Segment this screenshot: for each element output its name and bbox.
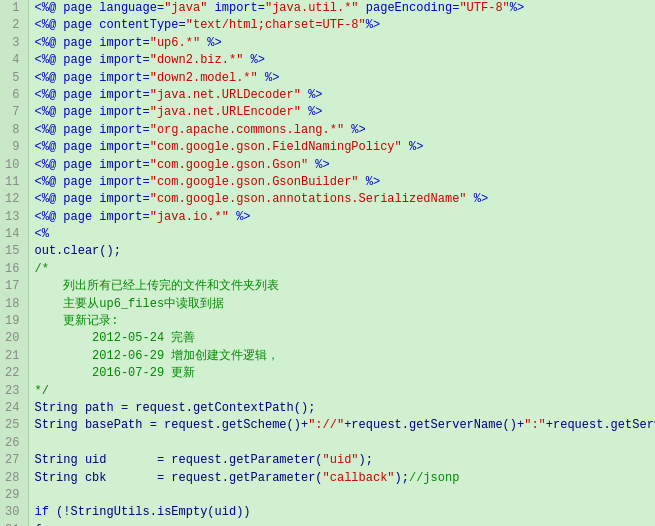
line-number: 1 xyxy=(0,0,28,17)
line-content: 2012-06-29 增加创建文件逻辑， xyxy=(28,348,655,365)
line-content: <%@ page import="com.google.gson.Gson" %… xyxy=(28,157,655,174)
line-content xyxy=(28,435,655,452)
table-row: 12<%@ page import="com.google.gson.annot… xyxy=(0,191,655,208)
line-content: <%@ page contentType="text/html;charset=… xyxy=(28,17,655,34)
line-content: { xyxy=(28,522,655,526)
table-row: 18 主要从up6_files中读取到据 xyxy=(0,296,655,313)
line-number: 22 xyxy=(0,365,28,382)
line-number: 9 xyxy=(0,139,28,156)
line-content: 2016-07-29 更新 xyxy=(28,365,655,382)
line-content: String uid = request.getParameter("uid")… xyxy=(28,452,655,469)
line-number: 2 xyxy=(0,17,28,34)
line-number: 13 xyxy=(0,209,28,226)
line-content: <%@ page import="com.google.gson.GsonBui… xyxy=(28,174,655,191)
line-number: 19 xyxy=(0,313,28,330)
line-content: if (!StringUtils.isEmpty(uid)) xyxy=(28,504,655,521)
line-content: <%@ page import="down2.biz.*" %> xyxy=(28,52,655,69)
table-row: 24String path = request.getContextPath()… xyxy=(0,400,655,417)
table-row: 19 更新记录: xyxy=(0,313,655,330)
line-number: 4 xyxy=(0,52,28,69)
table-row: 30if (!StringUtils.isEmpty(uid)) xyxy=(0,504,655,521)
line-content: /* xyxy=(28,261,655,278)
line-number: 30 xyxy=(0,504,28,521)
line-number: 15 xyxy=(0,243,28,260)
table-row: 4<%@ page import="down2.biz.*" %> xyxy=(0,52,655,69)
line-number: 6 xyxy=(0,87,28,104)
code-table: 1<%@ page language="java" import="java.u… xyxy=(0,0,655,526)
line-number: 25 xyxy=(0,417,28,434)
table-row: 31{ xyxy=(0,522,655,526)
line-content: <%@ page language="java" import="java.ut… xyxy=(28,0,655,17)
table-row: 27String uid = request.getParameter("uid… xyxy=(0,452,655,469)
line-number: 20 xyxy=(0,330,28,347)
line-content: <%@ page import="java.net.URLDecoder" %> xyxy=(28,87,655,104)
line-number: 10 xyxy=(0,157,28,174)
line-number: 28 xyxy=(0,470,28,487)
line-number: 26 xyxy=(0,435,28,452)
line-number: 14 xyxy=(0,226,28,243)
table-row: 14<% xyxy=(0,226,655,243)
line-number: 24 xyxy=(0,400,28,417)
table-row: 15out.clear(); xyxy=(0,243,655,260)
line-content: <%@ page import="com.google.gson.FieldNa… xyxy=(28,139,655,156)
line-number: 8 xyxy=(0,122,28,139)
table-row: 29 xyxy=(0,487,655,504)
table-row: 2<%@ page contentType="text/html;charset… xyxy=(0,17,655,34)
line-number: 23 xyxy=(0,383,28,400)
line-number: 27 xyxy=(0,452,28,469)
table-row: 11<%@ page import="com.google.gson.GsonB… xyxy=(0,174,655,191)
table-row: 9<%@ page import="com.google.gson.FieldN… xyxy=(0,139,655,156)
line-content: <% xyxy=(28,226,655,243)
table-row: 21 2012-06-29 增加创建文件逻辑， xyxy=(0,348,655,365)
line-content: <%@ page import="org.apache.commons.lang… xyxy=(28,122,655,139)
line-content: <%@ page import="com.google.gson.annotat… xyxy=(28,191,655,208)
table-row: 3<%@ page import="up6.*" %> xyxy=(0,35,655,52)
line-number: 5 xyxy=(0,70,28,87)
code-editor: 1<%@ page language="java" import="java.u… xyxy=(0,0,655,526)
table-row: 1<%@ page language="java" import="java.u… xyxy=(0,0,655,17)
line-content: String cbk = request.getParameter("callb… xyxy=(28,470,655,487)
table-row: 16/* xyxy=(0,261,655,278)
table-row: 5<%@ page import="down2.model.*" %> xyxy=(0,70,655,87)
table-row: 13<%@ page import="java.io.*" %> xyxy=(0,209,655,226)
table-row: 22 2016-07-29 更新 xyxy=(0,365,655,382)
table-row: 20 2012-05-24 完善 xyxy=(0,330,655,347)
line-number: 16 xyxy=(0,261,28,278)
table-row: 28String cbk = request.getParameter("cal… xyxy=(0,470,655,487)
table-row: 6<%@ page import="java.net.URLDecoder" %… xyxy=(0,87,655,104)
line-number: 3 xyxy=(0,35,28,52)
line-content xyxy=(28,487,655,504)
table-row: 17 列出所有已经上传完的文件和文件夹列表 xyxy=(0,278,655,295)
table-row: 25String basePath = request.getScheme()+… xyxy=(0,417,655,434)
line-content: 2012-05-24 完善 xyxy=(28,330,655,347)
line-content: out.clear(); xyxy=(28,243,655,260)
line-number: 12 xyxy=(0,191,28,208)
line-number: 31 xyxy=(0,522,28,526)
line-content: */ xyxy=(28,383,655,400)
line-number: 29 xyxy=(0,487,28,504)
line-number: 11 xyxy=(0,174,28,191)
table-row: 7<%@ page import="java.net.URLEncoder" %… xyxy=(0,104,655,121)
table-row: 8<%@ page import="org.apache.commons.lan… xyxy=(0,122,655,139)
line-content: 主要从up6_files中读取到据 xyxy=(28,296,655,313)
table-row: 10<%@ page import="com.google.gson.Gson"… xyxy=(0,157,655,174)
line-content: <%@ page import="java.io.*" %> xyxy=(28,209,655,226)
table-row: 23*/ xyxy=(0,383,655,400)
line-number: 18 xyxy=(0,296,28,313)
line-number: 7 xyxy=(0,104,28,121)
line-number: 17 xyxy=(0,278,28,295)
line-content: String basePath = request.getScheme()+":… xyxy=(28,417,655,434)
line-content: <%@ page import="down2.model.*" %> xyxy=(28,70,655,87)
line-number: 21 xyxy=(0,348,28,365)
line-content: String path = request.getContextPath(); xyxy=(28,400,655,417)
line-content: <%@ page import="java.net.URLEncoder" %> xyxy=(28,104,655,121)
line-content: <%@ page import="up6.*" %> xyxy=(28,35,655,52)
line-content: 更新记录: xyxy=(28,313,655,330)
table-row: 26 xyxy=(0,435,655,452)
line-content: 列出所有已经上传完的文件和文件夹列表 xyxy=(28,278,655,295)
